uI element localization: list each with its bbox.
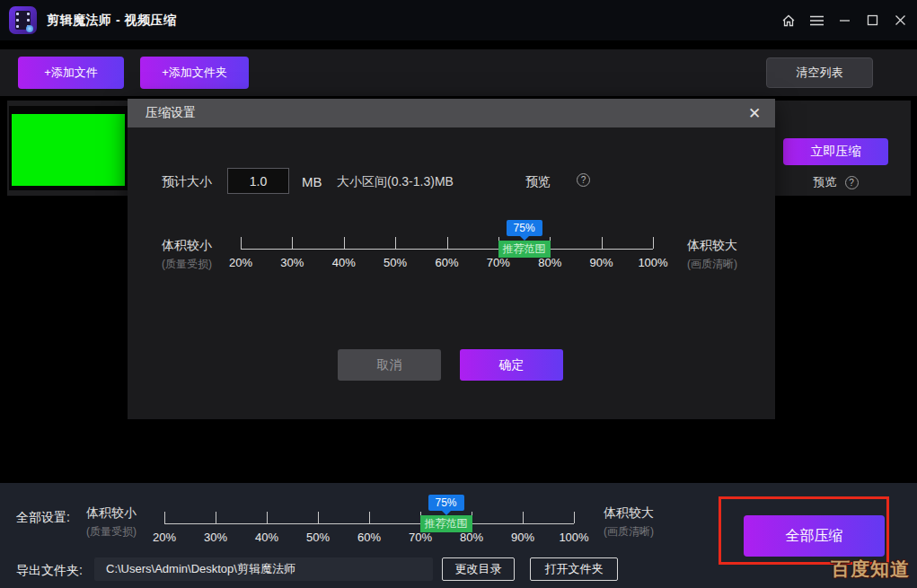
slider-track[interactable]: 推荐范围 75% 20%30%40%50%60%70%80%90%100%: [241, 220, 653, 276]
home-icon[interactable]: [779, 11, 798, 31]
slider-tick: [602, 237, 603, 249]
slider-tick-label: 50%: [306, 531, 330, 544]
dialog-title: 压缩设置: [145, 105, 196, 121]
bottom-bar: 全部设置: 体积较小 (质量受损) 推荐范围 75% 20%30%40%50%6…: [0, 483, 917, 588]
slider-tick-label: 20%: [229, 256, 252, 269]
window-controls: [779, 0, 910, 40]
slider-tick-label: 80%: [460, 531, 483, 544]
export-folder-label: 导出文件夹:: [16, 563, 83, 579]
menu-icon[interactable]: [807, 11, 826, 31]
slider-tick: [318, 512, 319, 523]
slider-tick-label: 100%: [638, 256, 667, 269]
slider-baseline: [241, 249, 653, 250]
cancel-button[interactable]: 取消: [338, 349, 441, 381]
size-range-label: 大小区间(0.3-1.3)MB: [337, 174, 454, 190]
minimize-icon[interactable]: [834, 11, 854, 31]
slider-tick-label: 80%: [538, 256, 561, 269]
slider-tick: [241, 237, 242, 249]
slider-right-label: 体积较大 (画质清晰): [604, 505, 684, 540]
slider-tick-label: 90%: [511, 531, 534, 544]
slider-tick: [267, 512, 268, 523]
toolbar: +添加文件 +添加文件夹 清空列表: [0, 49, 917, 96]
slider-tick: [574, 512, 575, 523]
estimated-size-label: 预计大小: [162, 174, 212, 190]
slider-tick: [653, 237, 654, 249]
slider-track[interactable]: 推荐范围 75% 20%30%40%50%60%70%80%90%100%: [164, 495, 574, 550]
slider-right-label: 体积较大 (画质清晰): [687, 238, 768, 272]
preview-link[interactable]: 预览: [814, 174, 837, 190]
slider-tick: [369, 512, 370, 523]
compress-now-button[interactable]: 立即压缩: [783, 138, 888, 165]
slider-tick-label: 90%: [590, 256, 613, 269]
slider-tick-label: 100%: [559, 531, 588, 544]
slider-value-badge[interactable]: 75%: [507, 220, 542, 236]
add-file-button[interactable]: +添加文件: [18, 57, 124, 89]
slider-tick: [344, 237, 345, 249]
app-window: 剪辑魔法师 - 视频压缩 +添加文件 +添加文件夹 清空列表: [0, 0, 917, 588]
dialog-close-icon[interactable]: ✕: [745, 103, 764, 123]
slider-tick-label: 50%: [384, 256, 407, 269]
slider-tick-label: 30%: [280, 256, 304, 269]
change-directory-button[interactable]: 更改目录: [442, 557, 515, 581]
slider-tick-label: 40%: [332, 256, 356, 269]
close-icon[interactable]: [890, 11, 910, 31]
clear-list-button[interactable]: 清空列表: [766, 57, 873, 88]
slider-tick-label: 60%: [357, 531, 381, 544]
slider-tick-label: 20%: [153, 531, 176, 544]
open-folder-button[interactable]: 打开文件夹: [530, 557, 618, 581]
maximize-icon[interactable]: [862, 11, 882, 31]
help-icon[interactable]: ?: [845, 176, 859, 189]
slider-tick-label: 60%: [435, 256, 458, 269]
dialog-header: 压缩设置 ✕: [128, 99, 775, 127]
slider-baseline: [164, 523, 574, 524]
slider-tick: [523, 512, 524, 523]
help-icon[interactable]: ?: [577, 173, 590, 187]
slider-tick: [164, 512, 165, 523]
slider-tick-label: 40%: [255, 531, 278, 544]
ok-button[interactable]: 确定: [460, 349, 563, 381]
compression-settings-dialog: 压缩设置 ✕ 预计大小 MB 大小区间(0.3-1.3)MB 预览 ? 体积较小…: [128, 99, 775, 419]
watermark: 百度知道: [831, 557, 910, 582]
slider-tick-label: 30%: [204, 531, 227, 544]
compress-all-button[interactable]: 全部压缩: [744, 515, 885, 557]
slider-tick: [395, 237, 396, 249]
app-title: 剪辑魔法师 - 视频压缩: [47, 13, 176, 29]
slider-tick-label: 70%: [409, 531, 432, 544]
app-logo-icon: [9, 6, 37, 34]
titlebar: 剪辑魔法师 - 视频压缩: [0, 0, 917, 40]
estimated-size-row: 预计大小 MB 大小区间(0.3-1.3)MB 预览 ?: [128, 168, 775, 195]
estimated-size-input[interactable]: [227, 168, 289, 194]
export-path-field[interactable]: C:\Users\Admin\Desktop\剪辑魔法师: [94, 557, 433, 581]
slider-tick: [292, 237, 293, 249]
slider-tick: [447, 237, 448, 249]
slider-tick: [216, 512, 216, 523]
slider-tick-label: 70%: [487, 256, 510, 269]
size-unit-label: MB: [302, 174, 322, 189]
all-settings-label: 全部设置:: [16, 510, 70, 526]
slider-value-badge[interactable]: 75%: [428, 495, 463, 511]
video-thumbnail-frame: [9, 106, 128, 190]
video-thumbnail[interactable]: [12, 114, 125, 186]
add-folder-button[interactable]: +添加文件夹: [140, 57, 249, 89]
dialog-preview-link[interactable]: 预览: [525, 174, 551, 190]
